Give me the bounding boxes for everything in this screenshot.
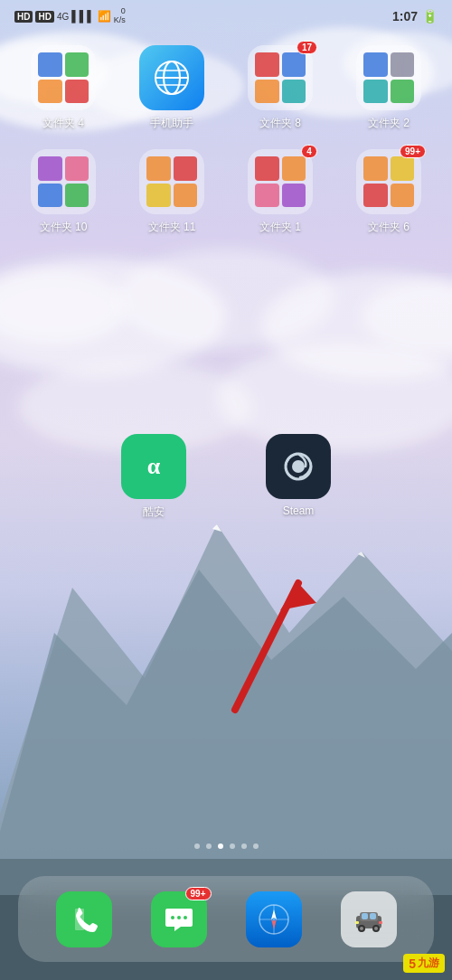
kuanan-icon-wrapper: α bbox=[121, 434, 186, 499]
app-item-folder2[interactable]: 文件夹 2 bbox=[344, 45, 434, 131]
middle-apps: α 酷安 Steam bbox=[0, 434, 452, 520]
mini-icon bbox=[363, 156, 388, 181]
dock-item-messages[interactable]: 99+ bbox=[151, 891, 207, 947]
steam-icon-wrapper bbox=[266, 434, 331, 499]
app-item-steam[interactable]: Steam bbox=[253, 434, 344, 520]
dot-6[interactable] bbox=[253, 843, 259, 849]
app-item-folder10[interactable]: 文件夹 10 bbox=[18, 149, 108, 235]
folder8-badge: 17 bbox=[297, 41, 317, 54]
mini-icon bbox=[391, 156, 415, 181]
svg-point-31 bbox=[177, 916, 181, 919]
svg-text:α: α bbox=[147, 453, 161, 479]
svg-rect-46 bbox=[355, 921, 359, 924]
svg-point-30 bbox=[171, 916, 174, 919]
kuanan-icon: α bbox=[121, 434, 186, 499]
status-left-icons: HD HD 4G ▌▌▌ 📶 0K/s bbox=[14, 7, 126, 25]
folder2-icon-wrapper bbox=[356, 45, 421, 110]
steam-icon bbox=[266, 434, 331, 499]
watermark-text: 九游 bbox=[418, 956, 439, 971]
mini-icon bbox=[363, 52, 388, 77]
folder1-badge: 4 bbox=[301, 145, 317, 158]
mini-icon bbox=[255, 184, 279, 208]
mini-icon bbox=[38, 184, 62, 208]
network-4g: 4G bbox=[57, 12, 69, 22]
page-dots bbox=[0, 843, 452, 849]
folder11-icon bbox=[139, 149, 204, 214]
dot-1[interactable] bbox=[194, 843, 200, 849]
mini-icon bbox=[391, 52, 415, 77]
folder10-label: 文件夹 10 bbox=[40, 220, 88, 235]
app-grid: 文件夹 4 手机助手 bbox=[0, 36, 452, 262]
hd-icon: HD bbox=[14, 11, 33, 23]
shouji-icon-wrapper bbox=[139, 45, 204, 110]
folder6-label: 文件夹 6 bbox=[368, 220, 410, 235]
shouji-icon bbox=[139, 45, 204, 110]
dock-item-phone[interactable] bbox=[56, 891, 112, 947]
svg-rect-40 bbox=[362, 913, 368, 919]
dot-3-active[interactable] bbox=[218, 843, 223, 849]
folder1-icon-wrapper: 4 bbox=[248, 149, 313, 214]
app-item-folder8[interactable]: 17 文件夹 8 bbox=[235, 45, 325, 131]
svg-point-27 bbox=[292, 460, 305, 473]
time-display: 1:07 bbox=[392, 9, 418, 24]
shouji-label: 手机助手 bbox=[150, 116, 193, 131]
car-icon bbox=[341, 891, 397, 947]
network-speed: 0K/s bbox=[114, 7, 126, 25]
dock: 99+ bbox=[18, 876, 434, 962]
svg-point-43 bbox=[360, 927, 363, 930]
mini-icon bbox=[65, 52, 89, 77]
app-item-folder11[interactable]: 文件夹 11 bbox=[127, 149, 217, 235]
mini-icon bbox=[282, 80, 306, 104]
mini-icon bbox=[255, 80, 279, 104]
app-row-2: 文件夹 10 文件夹 11 bbox=[18, 149, 434, 235]
mini-icon bbox=[255, 52, 279, 77]
folder6-badge: 99+ bbox=[400, 145, 426, 158]
dot-4[interactable] bbox=[230, 843, 235, 849]
mini-icon bbox=[282, 184, 306, 208]
mini-icon bbox=[65, 184, 89, 208]
folder1-label: 文件夹 1 bbox=[259, 220, 301, 235]
status-right-icons: 1:07 🔋 bbox=[392, 9, 438, 24]
svg-rect-47 bbox=[379, 921, 382, 924]
folder8-label: 文件夹 8 bbox=[259, 116, 301, 131]
app-item-folder6[interactable]: 99+ 文件夹 6 bbox=[344, 149, 434, 235]
dot-2[interactable] bbox=[206, 843, 212, 849]
mini-icon bbox=[146, 184, 171, 208]
mini-icon bbox=[363, 184, 388, 208]
mini-icon bbox=[38, 156, 62, 181]
wifi-icon: 📶 bbox=[98, 10, 111, 23]
mini-icon bbox=[174, 184, 198, 208]
folder6-icon bbox=[356, 149, 421, 214]
app-item-kuanan[interactable]: α 酷安 bbox=[108, 434, 199, 520]
watermark: 5 九游 bbox=[403, 954, 445, 973]
app-item-folder1[interactable]: 4 文件夹 1 bbox=[235, 149, 325, 235]
status-bar: HD HD 4G ▌▌▌ 📶 0K/s 1:07 🔋 bbox=[0, 0, 452, 33]
dot-5[interactable] bbox=[241, 843, 247, 849]
mini-icon bbox=[65, 80, 89, 104]
svg-point-32 bbox=[184, 916, 187, 919]
folder8-icon bbox=[248, 45, 313, 110]
folder6-icon-wrapper: 99+ bbox=[356, 149, 421, 214]
mini-icon bbox=[38, 80, 62, 104]
watermark-icon: 5 bbox=[409, 956, 416, 971]
mini-icon bbox=[65, 156, 89, 181]
folder2-label: 文件夹 2 bbox=[368, 116, 410, 131]
folder1-icon bbox=[248, 149, 313, 214]
mini-icon bbox=[363, 80, 388, 104]
app-item-shouji[interactable]: 手机助手 bbox=[127, 45, 217, 131]
safari-icon bbox=[246, 891, 302, 947]
folder2-icon bbox=[356, 45, 421, 110]
dock-item-car[interactable] bbox=[341, 891, 397, 947]
messages-badge: 99+ bbox=[185, 887, 212, 900]
dock-item-safari[interactable] bbox=[246, 891, 302, 947]
mini-icon bbox=[174, 156, 198, 181]
mini-icon bbox=[146, 156, 171, 181]
app-item-folder4[interactable]: 文件夹 4 bbox=[18, 45, 108, 131]
svg-rect-41 bbox=[370, 913, 376, 919]
mini-icon bbox=[282, 52, 306, 77]
mini-icon bbox=[255, 156, 279, 181]
folder11-icon-wrapper bbox=[139, 149, 204, 214]
phone-icon bbox=[56, 891, 112, 947]
hd2-icon: HD bbox=[35, 11, 53, 23]
mini-icon bbox=[38, 52, 62, 77]
